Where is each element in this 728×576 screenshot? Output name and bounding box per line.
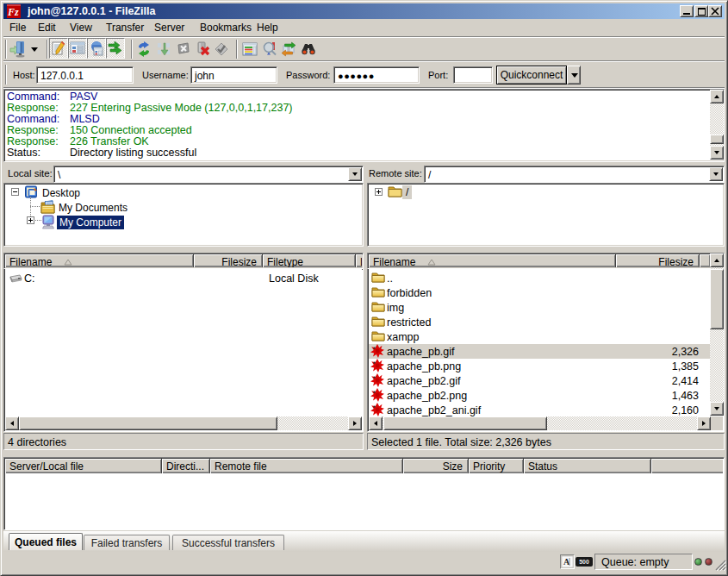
svg-text:Fz: Fz [7, 6, 19, 18]
